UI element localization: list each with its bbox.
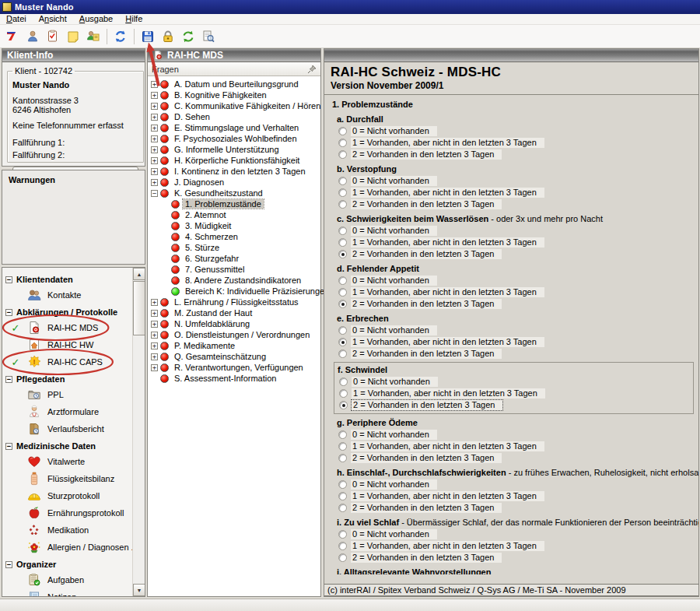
tree-item[interactable]: 6. Sturzgefahr (149, 253, 320, 264)
tree-expander-icon[interactable]: + (151, 364, 158, 371)
nav-item-fl-ssigkeitsbilanz[interactable]: Flüssigkeitsbilanz (2, 470, 133, 487)
tree-item[interactable]: +M. Zustand der Haut (149, 307, 320, 318)
scroll-down-button[interactable]: ▼ (133, 584, 145, 596)
scroll-up-button[interactable]: ▲ (133, 268, 145, 280)
toolbar-app-logo-icon[interactable] (3, 27, 22, 46)
tree-item[interactable]: +P. Medikamente (149, 340, 320, 351)
radio-option[interactable]: 1 = Vorhanden, aber nicht in den letzten… (338, 237, 694, 248)
collapse-icon[interactable]: − (5, 443, 12, 450)
menu-item-ausgabe[interactable]: Ausgabe (73, 14, 119, 24)
nav-item-arztformulare[interactable]: Arztformulare (2, 403, 133, 420)
tree-item[interactable]: −K. Gesundheitszustand (149, 188, 320, 198)
toolbar-preview-icon[interactable] (199, 27, 218, 46)
tree-item[interactable]: 8. Andere Zustandsindikatoren (149, 275, 320, 286)
radio-option[interactable]: 0 = Nicht vorhanden (338, 175, 694, 187)
tree-item[interactable]: +I. Kontinenz in den letzten 3 Tagen (149, 166, 320, 177)
tree-expander-icon[interactable]: + (151, 168, 158, 175)
tree-expander-icon[interactable]: + (151, 114, 158, 121)
tree-expander-icon[interactable]: + (151, 103, 158, 110)
nav-section-header[interactable]: −Medizinische Daten (2, 439, 133, 453)
window-titlebar[interactable]: Muster Nando (0, 0, 700, 14)
menu-bar[interactable]: DateiAnsichtAusgabeHilfe (0, 14, 700, 25)
tree-expander-icon[interactable]: + (151, 125, 158, 132)
radio-icon[interactable] (339, 377, 348, 386)
radio-option[interactable]: 1 = Vorhanden, aber nicht in den letzten… (338, 441, 694, 452)
radio-icon[interactable] (338, 276, 347, 285)
nav-section-header[interactable]: −Pflegedaten (2, 372, 133, 386)
tree-expander-icon[interactable]: + (151, 157, 158, 164)
nav-item-allergien-diagnosen-[interactable]: Allergien / Diagnosen ... (2, 539, 133, 556)
tree-expander-icon[interactable]: + (151, 81, 158, 88)
radio-option[interactable]: 1 = Vorhanden, aber nicht in den letzten… (338, 137, 694, 149)
radio-icon[interactable] (338, 288, 347, 297)
tree-expander-icon[interactable]: + (151, 299, 158, 306)
radio-option[interactable]: 0 = Nicht vorhanden (339, 376, 690, 388)
radio-icon[interactable] (338, 542, 347, 550)
nav-scrollbar[interactable]: ▲ ▼ (132, 268, 145, 596)
collapse-icon[interactable]: − (5, 276, 12, 283)
nav-item-verlaufsbericht[interactable]: Verlaufsbericht (2, 420, 133, 437)
collapse-icon[interactable]: − (5, 309, 12, 316)
tree-expander-icon[interactable]: + (151, 353, 158, 360)
tree-item[interactable]: Bereich K: Individuelle Präzisierungen (149, 286, 320, 297)
toolbar[interactable] (0, 25, 700, 48)
tree-item[interactable]: 4. Schmerzen (149, 231, 320, 242)
tree-item[interactable]: +A. Datum und Beurteilungsgrund (149, 79, 320, 90)
tree-item[interactable]: +E. Stimmungslage und Verhalten (149, 122, 320, 133)
radio-option[interactable]: 1 = Vorhanden, aber nicht in den letzten… (339, 388, 690, 399)
radio-option[interactable]: 1 = Vorhanden, aber nicht in den letzten… (338, 286, 694, 298)
tree-item[interactable]: +O. Dienstleistungen / Verordnungen (149, 329, 320, 340)
menu-item-datei[interactable]: Datei (0, 14, 33, 24)
tree-item[interactable]: +N. Umfeldabklärung (149, 318, 320, 329)
radio-icon[interactable] (338, 177, 347, 185)
toolbar-contact-note-icon[interactable] (84, 27, 103, 46)
radio-option[interactable]: 2 = Vorhanden in den letzten 3 Tagen (338, 298, 694, 310)
tree-item[interactable]: S. Assessment-Information (149, 373, 320, 384)
toolbar-note-icon[interactable] (64, 27, 82, 46)
radio-selected-icon[interactable] (338, 300, 347, 308)
radio-option[interactable]: 2 = Vorhanden in den letzten 3 Tagen (338, 552, 694, 564)
radio-selected-icon[interactable] (338, 338, 347, 346)
tree-item[interactable]: +R. Verantwortungen, Verfügungen (149, 362, 320, 373)
radio-option[interactable]: 2 = Vorhanden in den letzten 3 Tagen (338, 502, 694, 514)
nav-section-header[interactable]: −Klientendaten (2, 272, 133, 286)
radio-option[interactable]: 0 = Nicht vorhanden (338, 429, 694, 441)
tree-expander-icon[interactable]: + (151, 310, 158, 317)
tree-item[interactable]: 5. Stürze (149, 242, 320, 253)
radio-icon[interactable] (338, 226, 347, 235)
tree-item[interactable]: 1. Problemzustände (149, 198, 320, 209)
radio-icon[interactable] (338, 349, 347, 358)
nav-section-header[interactable]: −Organizer (2, 557, 133, 571)
radio-icon[interactable] (338, 480, 347, 489)
radio-option[interactable]: 0 = Nicht vorhanden (338, 325, 694, 336)
tree-item[interactable]: +F. Psychosoziales Wohlbefinden (149, 133, 320, 144)
tree-expander-icon[interactable]: + (151, 92, 158, 99)
tree-expander-icon[interactable]: + (151, 342, 158, 349)
radio-option[interactable]: 1 = Vorhanden, aber nicht in den letzten… (338, 540, 694, 552)
pin-icon[interactable] (307, 65, 317, 74)
toolbar-sync-icon[interactable] (111, 27, 130, 46)
tree-item[interactable]: +H. Körperliche Funktionsfähigkeit (149, 155, 320, 166)
nav-item-rai-hc-hw[interactable]: RAI-HC HW (2, 336, 133, 353)
radio-option[interactable]: 2 = Vorhanden in den letzten 3 Tagen (338, 248, 694, 260)
tree-item[interactable]: +D. Sehen (149, 111, 320, 122)
radio-option[interactable]: 0 = Nicht vorhanden (338, 528, 694, 540)
nav-item-ern-hrungsprotokoll[interactable]: Ernährungsprotokoll (2, 504, 133, 521)
radio-icon[interactable] (338, 530, 347, 539)
toolbar-assessment-icon[interactable] (44, 27, 62, 46)
radio-option[interactable]: 1 = Vorhanden, aber nicht in den letzten… (338, 490, 694, 502)
radio-icon[interactable] (338, 188, 347, 197)
nav-item-kontakte[interactable]: Kontakte (2, 286, 133, 304)
menu-item-ansicht[interactable]: Ansicht (33, 14, 73, 24)
radio-option[interactable]: 0 = Nicht vorhanden (338, 125, 694, 137)
radio-icon[interactable] (339, 389, 348, 398)
nav-item-vitalwerte[interactable]: Vitalwerte (2, 453, 133, 470)
radio-icon[interactable] (338, 200, 347, 209)
collapse-icon[interactable]: − (5, 376, 12, 383)
radio-option[interactable]: 2 = Vorhanden in den letzten 3 Tagen (338, 149, 694, 160)
nav-item-rai-hc-mds[interactable]: ✓RAI-HC MDS (2, 319, 133, 336)
nav-item-ppl[interactable]: PPL (2, 386, 133, 403)
radio-icon[interactable] (338, 127, 347, 135)
radio-option[interactable]: 2 = Vorhanden in den letzten 3 Tagen (338, 198, 694, 210)
radio-option[interactable]: 2 = Vorhanden in den letzten 3 Tagen (339, 399, 690, 411)
